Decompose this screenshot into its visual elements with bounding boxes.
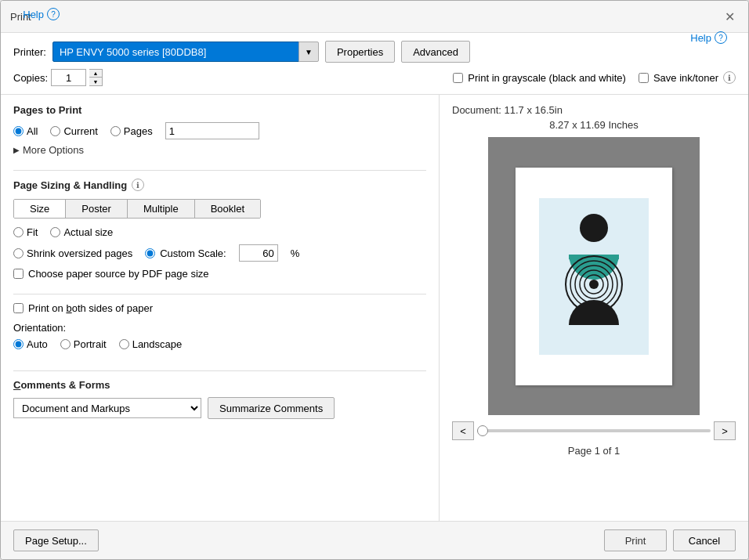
current-label: Current bbox=[63, 125, 97, 137]
auto-radio[interactable] bbox=[13, 339, 24, 349]
printer-value: HP ENVY 5000 series [80DDB8] bbox=[60, 46, 206, 58]
preview-panel: Document: 11.7 x 16.5in 8.27 x 11.69 Inc… bbox=[440, 95, 748, 521]
cancel-button[interactable]: Cancel bbox=[673, 529, 736, 551]
print-button[interactable]: Print bbox=[604, 529, 667, 551]
auto-radio-item[interactable]: Auto bbox=[13, 338, 48, 350]
shrink-radio-item[interactable]: Shrink oversized pages bbox=[13, 247, 132, 259]
bottom-bar: Page Setup... Print Cancel bbox=[1, 521, 748, 559]
orientation-radio-row: Auto Portrait Landscape bbox=[13, 338, 426, 350]
all-radio[interactable] bbox=[13, 126, 24, 136]
auto-label: Auto bbox=[27, 338, 48, 350]
comments-section-header: Comments & Forms bbox=[13, 379, 426, 391]
sizing-tabs: Size Poster Multiple Booklet bbox=[13, 199, 261, 219]
preview-paper bbox=[516, 168, 672, 385]
custom-scale-radio-item[interactable]: Custom Scale: bbox=[145, 247, 226, 259]
more-options-label: More Options bbox=[23, 144, 84, 156]
sizing-info-icon[interactable]: ℹ bbox=[132, 179, 144, 191]
svg-point-1 bbox=[580, 214, 608, 242]
artwork-svg bbox=[539, 198, 649, 355]
page-info: Page 1 of 1 bbox=[568, 445, 621, 457]
choose-paper-label[interactable]: Choose paper source by PDF page size bbox=[28, 268, 209, 280]
tab-poster[interactable]: Poster bbox=[66, 200, 128, 218]
close-button[interactable]: ✕ bbox=[720, 7, 739, 26]
current-radio-item[interactable]: Current bbox=[50, 125, 97, 137]
print-dialog: Print Help ? ✕ Printer: HP ENVY 5000 ser… bbox=[0, 0, 749, 560]
page-slider[interactable] bbox=[477, 429, 711, 432]
help-label: Help bbox=[23, 9, 44, 20]
document-size-info: Document: 11.7 x 16.5in bbox=[452, 104, 736, 116]
comments-controls: Document and Markups Document Form Field… bbox=[13, 397, 426, 419]
help-link-top[interactable]: Help ? bbox=[690, 31, 727, 44]
printer-dropdown-arrow[interactable]: ▼ bbox=[299, 42, 319, 62]
save-ink-info-icon[interactable]: ℹ bbox=[723, 71, 736, 84]
fit-label: Fit bbox=[27, 226, 38, 238]
more-options-triangle: ▶ bbox=[13, 146, 20, 154]
save-ink-row: Save ink/toner ℹ bbox=[639, 71, 736, 84]
pages-radio-row: All Current Pages bbox=[13, 122, 426, 139]
pages-radio-item[interactable]: Pages bbox=[110, 125, 153, 137]
custom-scale-input[interactable] bbox=[239, 244, 278, 262]
comments-c-underline: C bbox=[13, 379, 20, 391]
choose-paper-checkbox[interactable] bbox=[13, 269, 24, 279]
pages-range-input[interactable] bbox=[165, 122, 259, 139]
sizing-section: Page Sizing & Handling ℹ Size Poster Mul… bbox=[13, 179, 426, 286]
copies-down[interactable]: ▼ bbox=[89, 78, 102, 85]
tab-multiple[interactable]: Multiple bbox=[128, 200, 195, 218]
actual-size-radio-item[interactable]: Actual size bbox=[50, 226, 113, 238]
properties-button[interactable]: Properties bbox=[325, 41, 395, 63]
fit-options-row: Fit Actual size bbox=[13, 226, 426, 238]
scale-options-row: Shrink oversized pages Custom Scale: % bbox=[13, 244, 426, 262]
pages-label: Pages bbox=[124, 125, 153, 137]
copies-label: Copies: bbox=[13, 72, 48, 84]
actual-size-label: Actual size bbox=[63, 226, 113, 238]
current-radio[interactable] bbox=[50, 126, 60, 136]
help-label-top: Help bbox=[690, 32, 711, 44]
orientation-section: Orientation: Auto Portrait Landscape bbox=[13, 322, 426, 355]
copies-input[interactable]: 1 bbox=[51, 69, 86, 86]
landscape-radio-item[interactable]: Landscape bbox=[119, 338, 183, 350]
grayscale-label[interactable]: Print in grayscale (black and white) bbox=[468, 72, 626, 84]
all-radio-item[interactable]: All bbox=[13, 125, 38, 137]
actual-size-radio[interactable] bbox=[50, 227, 60, 237]
both-sides-underline: b bbox=[66, 302, 71, 314]
help-circle-icon: ? bbox=[715, 31, 727, 44]
more-options-toggle[interactable]: ▶ More Options bbox=[13, 144, 426, 156]
page-setup-button[interactable]: Page Setup... bbox=[13, 529, 99, 551]
shrink-radio[interactable] bbox=[13, 248, 24, 258]
both-sides-label[interactable]: Print on both sides of paper bbox=[28, 302, 153, 314]
portrait-radio-item[interactable]: Portrait bbox=[60, 338, 107, 350]
fit-radio-item[interactable]: Fit bbox=[13, 226, 38, 238]
copies-up[interactable]: ▲ bbox=[89, 70, 102, 78]
comments-dropdown[interactable]: Document and Markups Document Form Field… bbox=[13, 398, 201, 418]
paper-size-info: 8.27 x 11.69 Inches bbox=[549, 119, 638, 131]
copies-spinner: ▲ ▼ bbox=[89, 69, 103, 86]
grayscale-checkbox[interactable] bbox=[453, 73, 463, 83]
percent-label: % bbox=[291, 247, 300, 259]
both-sides-row: Print on both sides of paper bbox=[13, 302, 426, 314]
svg-point-8 bbox=[589, 280, 599, 289]
comments-dropdown-wrapper: Document and Markups Document Form Field… bbox=[13, 398, 201, 418]
pages-section-header: Pages to Print bbox=[13, 104, 426, 116]
sizing-section-header: Page Sizing & Handling bbox=[13, 179, 127, 191]
custom-scale-label: Custom Scale: bbox=[160, 247, 226, 259]
all-label: All bbox=[27, 125, 38, 137]
landscape-radio[interactable] bbox=[119, 339, 129, 349]
advanced-button[interactable]: Advanced bbox=[401, 41, 470, 63]
pages-radio[interactable] bbox=[110, 126, 121, 136]
help-link[interactable]: Help ? bbox=[23, 8, 60, 20]
preview-navigation: < > bbox=[452, 421, 736, 440]
tab-size[interactable]: Size bbox=[14, 200, 66, 218]
save-ink-label[interactable]: Save ink/toner bbox=[653, 72, 718, 84]
portrait-radio[interactable] bbox=[60, 339, 71, 349]
save-ink-checkbox[interactable] bbox=[639, 73, 649, 83]
custom-scale-radio[interactable] bbox=[145, 248, 155, 258]
tab-booklet[interactable]: Booklet bbox=[195, 200, 260, 218]
prev-page-button[interactable]: < bbox=[452, 421, 474, 440]
both-sides-checkbox[interactable] bbox=[13, 303, 24, 313]
landscape-label: Landscape bbox=[132, 338, 183, 350]
shrink-label: Shrink oversized pages bbox=[27, 247, 132, 259]
fit-radio[interactable] bbox=[13, 227, 24, 237]
next-page-button[interactable]: > bbox=[714, 421, 736, 440]
printer-label: Printer: bbox=[13, 46, 46, 58]
summarize-comments-button[interactable]: Summarize Comments bbox=[208, 397, 335, 419]
